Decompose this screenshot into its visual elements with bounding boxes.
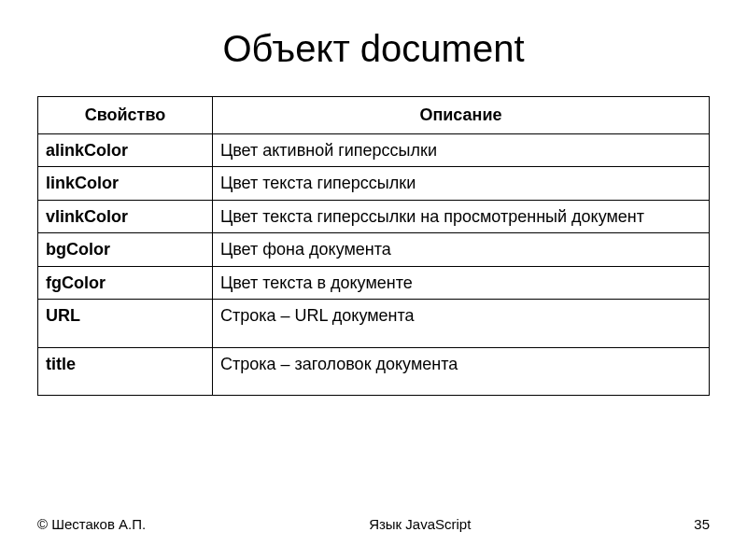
property-cell: vlinkColor [38,200,213,233]
description-cell: Строка – заголовок документа [212,347,709,396]
table-row: fgColorЦвет текста в документе [38,266,710,300]
table-row: titleСтрока – заголовок документа [38,347,710,396]
description-cell: Цвет фона документа [212,233,709,267]
slide-footer: © Шестаков А.П. Язык JavaScript 35 [37,516,710,532]
table-row: bgColorЦвет фона документа [38,233,710,267]
table-row: linkColorЦвет текста гиперссылки [38,167,710,201]
table-row: URLСтрока – URL документа [38,300,710,348]
description-cell: Строка – URL документа [212,300,709,348]
table-row: vlinkColorЦвет текста гиперссылки на про… [38,200,710,233]
slide: Объект document Свойство Описание alinkC… [0,0,747,560]
property-cell: alinkColor [38,133,213,167]
description-cell: Цвет активной гиперссылки [212,133,709,167]
properties-table: Свойство Описание alinkColorЦвет активно… [37,96,710,396]
footer-author: © Шестаков А.П. [37,516,146,532]
property-cell: linkColor [38,167,213,201]
table-row: alinkColorЦвет активной гиперссылки [38,133,710,167]
header-property: Свойство [38,97,213,134]
footer-subject: Язык JavaScript [146,516,694,532]
property-cell: bgColor [38,233,213,267]
table-header-row: Свойство Описание [38,97,710,134]
property-cell: URL [38,300,213,348]
footer-page-number: 35 [694,516,710,532]
property-cell: fgColor [38,266,213,300]
description-cell: Цвет текста гиперссылки [212,167,709,201]
property-cell: title [38,347,213,396]
description-cell: Цвет текста в документе [212,266,709,300]
description-cell: Цвет текста гиперссылки на просмотренный… [212,200,709,233]
header-description: Описание [212,97,709,134]
slide-title: Объект document [37,28,710,70]
